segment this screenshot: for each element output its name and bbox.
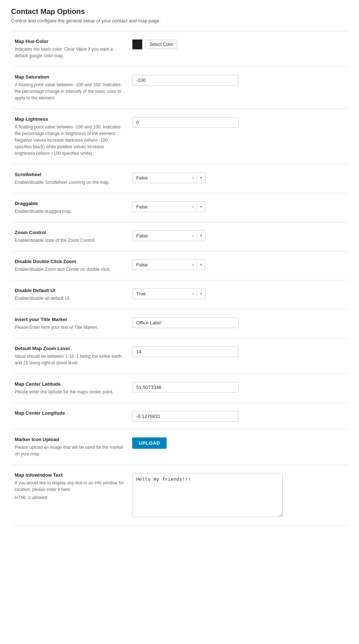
page-title: Contact Map Options xyxy=(11,7,348,16)
option-row-zoom-level: Default Map Zoom LevelValue should be be… xyxy=(11,338,348,374)
option-desc-disable-double-click-zoom: Enable/disable Zoom and Center on double… xyxy=(15,266,125,273)
input-map-saturation[interactable] xyxy=(132,75,239,85)
option-right-map-lightness xyxy=(132,116,344,128)
select-wrapper-disable-default-ui: True×▾ xyxy=(132,288,206,299)
option-row-marker-icon-upload: Marker Icon UploadPlease upload an image… xyxy=(11,429,348,465)
option-right-scrollwheel: False×▾ xyxy=(132,172,344,183)
option-row-scrollwheel: ScrollwheelEnable/disable Scrollwheel zo… xyxy=(11,164,348,193)
input-map-lightness[interactable] xyxy=(132,117,239,128)
option-desc-disable-default-ui: Enable/disable all default UI. xyxy=(15,295,125,302)
option-right-zoom-level xyxy=(132,346,344,357)
select-clear-scrollwheel[interactable]: × xyxy=(189,175,197,181)
option-row-disable-double-click-zoom: Disable Double Click ZoomEnable/disable … xyxy=(11,251,348,280)
option-label-disable-default-ui: Disable Default UI xyxy=(15,288,125,293)
option-row-map-center-lat: Map Center LatitudePlease enter the lati… xyxy=(11,374,348,403)
option-left-draggable: DraggableEnable/disable dragged map. xyxy=(15,201,132,215)
option-left-marker-icon-upload: Marker Icon UploadPlease upload an image… xyxy=(15,437,132,457)
select-value-zoom-control: False xyxy=(133,231,189,241)
option-desc-title-marker: Please Enter here your text of Title Mar… xyxy=(15,324,125,331)
option-right-disable-double-click-zoom: False×▾ xyxy=(132,259,344,270)
select-wrapper-disable-double-click-zoom: False×▾ xyxy=(132,259,206,270)
select-value-disable-default-ui: True xyxy=(133,289,189,299)
option-label-marker-icon-upload: Marker Icon Upload xyxy=(15,437,125,442)
fields-container: Map Hue ColorIndicates the basic color. … xyxy=(11,31,348,526)
select-clear-zoom-control[interactable]: × xyxy=(189,233,197,239)
option-label-map-center-lat: Map Center Latitude xyxy=(15,381,125,387)
upload-button-marker-icon-upload[interactable]: UPLOAD xyxy=(132,437,167,449)
option-left-map-infowindow-text: Map Infowindow TextIf you would like to … xyxy=(15,472,132,501)
option-row-draggable: DraggableEnable/disable dragged map.Fals… xyxy=(11,193,348,222)
option-desc-zoom-level: Value should be between 1-18, 1 being th… xyxy=(15,353,125,366)
select-arrow-zoom-control[interactable]: ▾ xyxy=(197,233,205,238)
select-color-button[interactable]: Select Color xyxy=(145,40,177,49)
option-left-map-hue-color: Map Hue ColorIndicates the basic color. … xyxy=(15,39,132,59)
textarea-map-infowindow-text[interactable]: Hello my friends!!! xyxy=(132,473,283,517)
option-row-title-marker: Insert your Title MarkerPlease Enter her… xyxy=(11,309,348,338)
option-label-title-marker: Insert your Title Marker xyxy=(15,317,125,322)
option-label-map-hue-color: Map Hue Color xyxy=(15,39,125,44)
option-right-zoom-control: False×▾ xyxy=(132,230,344,241)
option-row-map-hue-color: Map Hue ColorIndicates the basic color. … xyxy=(11,31,348,67)
option-left-zoom-level: Default Map Zoom LevelValue should be be… xyxy=(15,346,132,366)
option-right-draggable: False×▾ xyxy=(132,201,344,212)
select-clear-draggable[interactable]: × xyxy=(189,204,197,210)
input-title-marker[interactable] xyxy=(132,317,239,328)
option-desc-map-lightness: A floating point value between -100 and … xyxy=(15,124,125,157)
option-left-map-center-lng: Map Center Longitude xyxy=(15,410,132,418)
select-wrapper-draggable: False×▾ xyxy=(132,201,206,212)
select-value-disable-double-click-zoom: False xyxy=(133,260,189,270)
input-map-center-lat[interactable] xyxy=(132,382,239,393)
option-row-map-lightness: Map LightnessA floating point value betw… xyxy=(11,109,348,164)
option-label-zoom-level: Default Map Zoom Level xyxy=(15,346,125,351)
option-label-map-infowindow-text: Map Infowindow Text xyxy=(15,472,125,478)
color-btn-wrapper: Select Color xyxy=(132,39,344,50)
option-row-map-center-lng: Map Center Longitude xyxy=(11,403,348,429)
option-right-map-hue-color: Select Color xyxy=(132,39,344,50)
select-arrow-disable-double-click-zoom[interactable]: ▾ xyxy=(197,262,205,267)
option-left-map-saturation: Map SaturationA floating point value bet… xyxy=(15,74,132,101)
page-subtitle: Control and configure the general setup … xyxy=(11,18,348,23)
option-right-title-marker xyxy=(132,317,344,328)
input-zoom-level[interactable] xyxy=(132,346,239,357)
option-row-map-saturation: Map SaturationA floating point value bet… xyxy=(11,67,348,109)
option-desc-map-saturation: A floating point value between -100 and … xyxy=(15,81,125,101)
option-right-disable-default-ui: True×▾ xyxy=(132,288,344,299)
option-desc-extra-map-infowindow-text: HTML is allowed. xyxy=(15,494,125,501)
option-label-map-center-lng: Map Center Longitude xyxy=(15,410,125,416)
option-desc-map-hue-color: Indicates the basic color. Clear Value i… xyxy=(15,46,125,59)
option-left-zoom-control: Zoom ControlEnable/disable state of the … xyxy=(15,230,132,244)
option-label-map-saturation: Map Saturation xyxy=(15,74,125,80)
option-right-map-center-lng xyxy=(132,410,344,422)
option-desc-draggable: Enable/disable dragged map. xyxy=(15,208,125,215)
option-left-disable-default-ui: Disable Default UIEnable/disable all def… xyxy=(15,288,132,302)
option-left-map-center-lat: Map Center LatitudePlease enter the lati… xyxy=(15,381,132,395)
option-row-disable-default-ui: Disable Default UIEnable/disable all def… xyxy=(11,280,348,309)
option-label-scrollwheel: Scrollwheel xyxy=(15,172,125,177)
option-label-disable-double-click-zoom: Disable Double Click Zoom xyxy=(15,259,125,264)
option-label-zoom-control: Zoom Control xyxy=(15,230,125,235)
option-right-marker-icon-upload: UPLOAD xyxy=(132,437,344,449)
option-left-disable-double-click-zoom: Disable Double Click ZoomEnable/disable … xyxy=(15,259,132,273)
select-wrapper-zoom-control: False×▾ xyxy=(132,230,206,241)
option-left-scrollwheel: ScrollwheelEnable/disable Scrollwheel zo… xyxy=(15,172,132,186)
input-map-center-lng[interactable] xyxy=(132,411,239,422)
select-value-scrollwheel: False xyxy=(133,173,189,183)
select-wrapper-scrollwheel: False×▾ xyxy=(132,172,206,183)
option-row-zoom-control: Zoom ControlEnable/disable state of the … xyxy=(11,222,348,251)
select-value-draggable: False xyxy=(133,202,189,212)
option-label-draggable: Draggable xyxy=(15,201,125,206)
option-desc-map-center-lat: Please enter the latitude for the maps c… xyxy=(15,389,125,395)
option-desc-marker-icon-upload: Please upload an image that will be used… xyxy=(15,444,125,457)
option-right-map-center-lat xyxy=(132,381,344,393)
select-arrow-scrollwheel[interactable]: ▾ xyxy=(197,175,205,180)
option-left-map-lightness: Map LightnessA floating point value betw… xyxy=(15,116,132,157)
option-right-map-saturation xyxy=(132,74,344,85)
select-clear-disable-default-ui[interactable]: × xyxy=(189,291,197,296)
select-arrow-draggable[interactable]: ▾ xyxy=(197,204,205,209)
option-desc-zoom-control: Enable/disable state of the Zoom Control… xyxy=(15,237,125,244)
option-left-title-marker: Insert your Title MarkerPlease Enter her… xyxy=(15,317,132,331)
color-swatch[interactable] xyxy=(132,39,142,50)
select-arrow-disable-default-ui[interactable]: ▾ xyxy=(197,291,205,296)
option-desc-scrollwheel: Enable/disable Scrollwheel zooming on th… xyxy=(15,179,125,186)
select-clear-disable-double-click-zoom[interactable]: × xyxy=(189,262,197,268)
